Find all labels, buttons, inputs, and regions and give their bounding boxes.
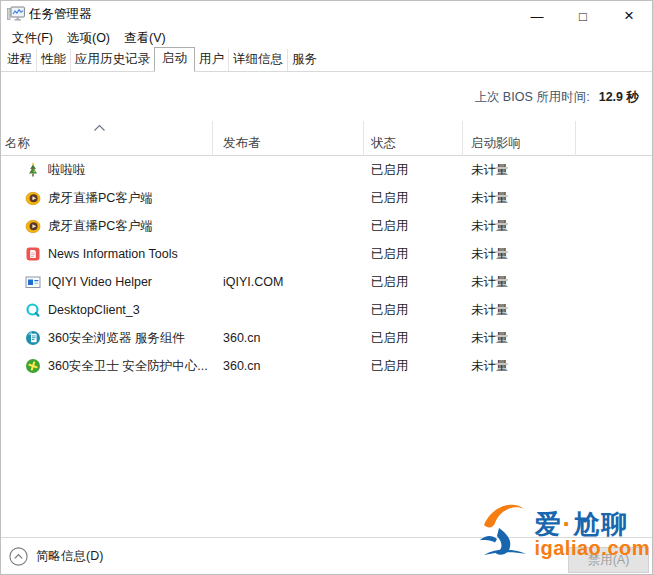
tab-users[interactable]: 用户 [195, 49, 228, 71]
menubar: 文件(F) 选项(O) 查看(V) [1, 27, 652, 49]
360-browser-icon [25, 330, 41, 346]
bios-time-label: 上次 BIOS 所用时间: [474, 90, 589, 104]
window-title: 任务管理器 [29, 6, 92, 23]
bios-time-value: 12.9 秒 [599, 90, 639, 104]
table-row[interactable]: 啦啦啦 已启用 未计量 [1, 156, 652, 184]
column-header-name[interactable]: 名称 [1, 121, 213, 156]
huya-icon [25, 190, 41, 206]
table-row[interactable]: IQIYI Video Helper iQIYI.COM 已启用 未计量 [1, 268, 652, 296]
task-manager-icon [7, 6, 25, 23]
huya-icon [25, 218, 41, 234]
tab-startup[interactable]: 启动 [154, 47, 195, 72]
runner-logo-icon [478, 495, 532, 559]
tab-processes[interactable]: 进程 [3, 49, 36, 71]
column-header-publisher[interactable]: 发布者 [213, 121, 364, 156]
column-header-blank [576, 121, 652, 156]
watermark-text: 爱·尬聊 igaliao.com [534, 510, 650, 559]
news-tools-icon [25, 246, 41, 262]
table-row[interactable]: 360安全卫士 安全防护中心... 360.cn 已启用 未计量 [1, 352, 652, 380]
menu-options[interactable]: 选项(O) [60, 28, 117, 49]
watermark: 爱·尬聊 igaliao.com [478, 495, 650, 559]
details-label: 简略信息(D) [36, 548, 103, 565]
table-row[interactable]: 虎牙直播PC客户端 已启用 未计量 [1, 184, 652, 212]
startup-list: 啦啦啦 已启用 未计量 虎牙直播PC客户端 已启用 未计量 [1, 156, 652, 380]
details-toggle[interactable]: 简略信息(D) [9, 547, 103, 566]
desktop-client-icon [25, 302, 41, 318]
tab-performance[interactable]: 性能 [36, 49, 70, 71]
table-row[interactable]: News Information Tools 已启用 未计量 [1, 240, 652, 268]
watermark-domain: igaliao.com [534, 538, 650, 559]
christmas-tree-icon [25, 162, 41, 178]
column-header-impact[interactable]: 启动影响 [463, 121, 576, 156]
watermark-brand: 爱·尬聊 [534, 510, 629, 538]
tab-details[interactable]: 详细信息 [228, 49, 287, 71]
tab-bar: 进程 性能 应用历史记录 启动 用户 详细信息 服务 [1, 49, 652, 72]
table-row[interactable]: DesktopClient_3 已启用 未计量 [1, 296, 652, 324]
bios-time: 上次 BIOS 所用时间:12.9 秒 [474, 89, 639, 106]
table-row[interactable]: 360安全浏览器 服务组件 360.cn 已启用 未计量 [1, 324, 652, 352]
iqiyi-video-icon [25, 274, 41, 290]
task-manager-window: 任务管理器 — □ × 文件(F) 选项(O) 查看(V) 进程 性能 应用历史… [0, 0, 653, 575]
table-row[interactable]: 虎牙直播PC客户端 已启用 未计量 [1, 212, 652, 240]
menu-file[interactable]: 文件(F) [5, 28, 60, 49]
360-safe-icon [25, 358, 41, 374]
table-header: 名称 发布者 状态 启动影响 [1, 121, 652, 156]
column-header-status[interactable]: 状态 [364, 121, 463, 156]
tab-app-history[interactable]: 应用历史记录 [70, 49, 154, 71]
menu-view[interactable]: 查看(V) [117, 28, 173, 49]
chevron-up-circle-icon [9, 547, 28, 566]
tab-services[interactable]: 服务 [287, 49, 321, 71]
sort-ascending-icon [93, 124, 106, 132]
